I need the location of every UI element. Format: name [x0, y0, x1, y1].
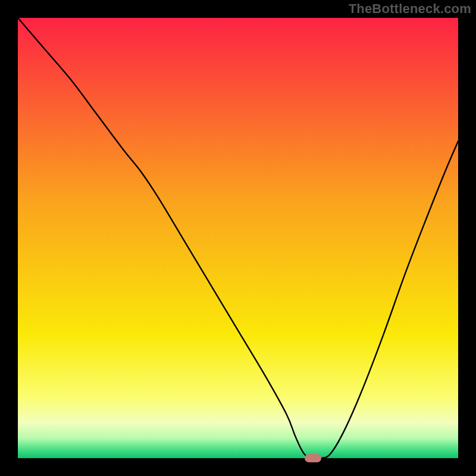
curve-line	[18, 18, 458, 458]
plot-area	[18, 18, 458, 458]
watermark-text: TheBottleneck.com	[349, 1, 471, 17]
chart-frame: TheBottleneck.com	[0, 0, 476, 476]
highlight-marker	[305, 454, 321, 462]
